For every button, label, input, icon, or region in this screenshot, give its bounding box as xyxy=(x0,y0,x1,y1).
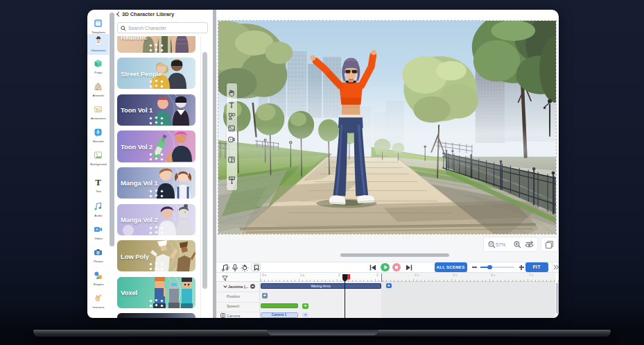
svg-text:T: T xyxy=(95,178,101,187)
